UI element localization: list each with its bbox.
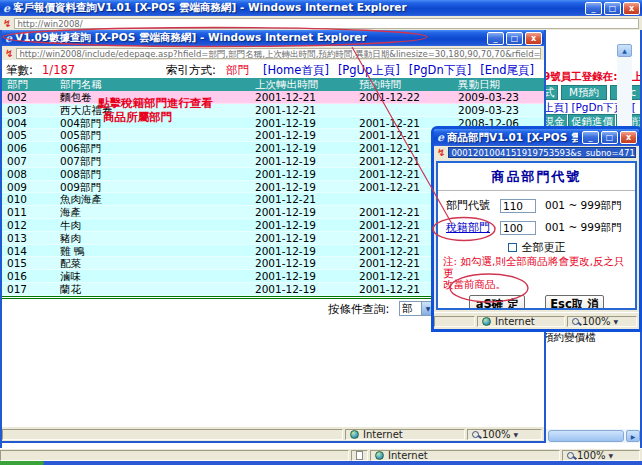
maximize-button[interactable]: □	[604, 2, 621, 15]
table-cell: 2001-12-19	[255, 117, 359, 129]
minimize-button[interactable]: _	[487, 32, 504, 45]
table-cell[interactable]: 002	[2, 91, 54, 103]
bg-title-bar[interactable]: e 客戶報價資料查詢V1.01 [X-POS 雲端商務網] - Windows …	[0, 0, 642, 16]
query-condition-select[interactable]: 部門 ▼	[399, 301, 435, 316]
close-button[interactable]: x	[525, 32, 542, 45]
table-cell[interactable]: 007	[2, 155, 54, 167]
table-cell	[359, 104, 455, 116]
close-button[interactable]: x	[620, 131, 637, 144]
table-cell[interactable]: 004	[2, 117, 54, 129]
end-page-link[interactable]: [End尾頁]	[480, 63, 534, 78]
table-cell: 009部門	[54, 181, 255, 193]
scrollbar-thumb[interactable]	[548, 430, 624, 442]
table-cell[interactable]: 012	[2, 219, 54, 231]
status-zoom-cell[interactable]: 100% ▼	[467, 429, 542, 440]
table-cell[interactable]: 009	[2, 181, 54, 193]
bg-horizontal-scrollbar[interactable]: ▶	[546, 429, 642, 443]
ok-button[interactable]: aS確 定	[469, 295, 525, 311]
table-cell: 2009-03-23	[455, 104, 544, 116]
index-mode-label: 索引方式:	[166, 63, 216, 78]
note-line2: 改當前商品。	[443, 279, 631, 291]
info-row: 筆數: 1/187 索引方式: 部門 [Home首頁] [PgUp上頁] [Pg…	[2, 63, 544, 78]
bg-status-bar: Internet 100% ▼	[0, 448, 642, 461]
dialog-title: 商品部門V1.01 [X-POS 雲...	[447, 131, 578, 145]
table-cell[interactable]: 003	[2, 104, 54, 116]
minimize-button[interactable]: _	[582, 131, 599, 144]
tax-dept-input[interactable]: 100	[500, 221, 536, 235]
correct-all-checkbox-row: 全部更正	[438, 241, 635, 253]
maximize-button[interactable]: □	[506, 32, 523, 45]
table-cell[interactable]: 016	[2, 270, 54, 282]
status-doc-cell	[351, 450, 368, 461]
table-cell[interactable]: 015	[2, 257, 54, 269]
table-cell: 雞 鴨	[54, 245, 255, 257]
reserve-button[interactable]: M預約	[561, 85, 607, 100]
fg-address-field[interactable]: http://win2008/include/edepage.asp?hfiel…	[16, 48, 541, 59]
table-row[interactable]: 002麵包卷2001-12-212001-12-222009-03-23	[2, 91, 544, 104]
scroll-right-icon[interactable]: ▶	[626, 430, 640, 442]
table-cell[interactable]: 006	[2, 142, 54, 154]
table-cell[interactable]: 008	[2, 168, 54, 180]
scroll-up-icon[interactable]: ▲	[617, 44, 632, 57]
table-cell: 005部門	[54, 129, 255, 141]
maximize-button[interactable]: □	[601, 131, 618, 144]
chevron-down-icon[interactable]: ▼	[514, 431, 519, 438]
status-zoom-cell[interactable]: 100% ▼	[567, 316, 637, 327]
table-cell: 007部門	[54, 155, 255, 167]
zoom-level: 100%	[577, 450, 606, 461]
status-zoom-cell[interactable]: 100% ▼	[562, 450, 640, 461]
column-header-name[interactable]: 部門名稱	[54, 78, 255, 91]
column-header-dept[interactable]: 部門	[2, 78, 54, 91]
start-button[interactable]	[0, 461, 44, 465]
fg-title-bar[interactable]: e V1.09數據查詢 [X-POS 雲端商務網] - Windows Inte…	[2, 30, 544, 46]
table-cell[interactable]: 005	[2, 129, 54, 141]
close-button[interactable]: x	[623, 2, 640, 15]
tax-dept-link[interactable]: 稅籍部門	[446, 220, 500, 235]
table-cell[interactable]: 010	[2, 193, 54, 205]
record-count-label: 筆數:	[6, 63, 33, 78]
table-cell: 2001-12-21	[255, 193, 359, 205]
table-cell[interactable]: 017	[2, 283, 54, 295]
status-zone-cell: Internet	[370, 450, 560, 461]
fg-address-bar: ↯ http://win2008/include/edepage.asp?hfi…	[2, 46, 544, 60]
table-cell: 2001-12-22	[359, 91, 455, 103]
dialog-title-bar[interactable]: e 商品部門V1.01 [X-POS 雲... _ □ x	[434, 129, 639, 146]
table-cell: 2001-12-19	[255, 270, 359, 282]
table-row[interactable]: 003西大店禮卷2001-12-212009-03-23	[2, 104, 544, 117]
bg-address-field[interactable]: http://win2008/	[14, 18, 639, 29]
table-cell[interactable]: 011	[2, 206, 54, 218]
table-cell: 2001-12-19	[255, 219, 359, 231]
dialog-product-department: e 商品部門V1.01 [X-POS 雲... _ □ x ↯ 00012010…	[431, 126, 642, 332]
checkbox-icon[interactable]	[508, 243, 517, 252]
column-header-reserved[interactable]: 預約時間	[359, 78, 455, 91]
table-cell: 2001-12-19	[255, 283, 359, 295]
column-header-modified[interactable]: 異動日期	[455, 78, 544, 91]
annotation-text-line1: 點擊稅籍部門進行查看	[98, 96, 213, 111]
minimize-button[interactable]: _	[585, 2, 602, 15]
ie-icon: e	[3, 2, 10, 15]
table-cell: 2001-12-21	[255, 91, 359, 103]
page-down-link[interactable]: [PgDn下頁]	[409, 63, 471, 78]
taskbar[interactable]	[0, 461, 642, 465]
cancel-button[interactable]: Esc取 消	[545, 295, 604, 311]
status-zone-label: Internet	[388, 450, 428, 461]
table-cell: 2001-12-19	[255, 168, 359, 180]
dialog-address-field[interactable]: 0001201004151919753593&s_subno=471127100…	[448, 147, 636, 158]
status-zone-label: Internet	[495, 316, 535, 327]
column-header-lastexport[interactable]: 上次轉出時間	[255, 78, 359, 91]
home-page-link[interactable]: [Home首頁]	[263, 63, 329, 78]
page-up-link[interactable]: [PgUp上頁]	[338, 63, 400, 78]
dept-code-hint: 001 ~ 999部門	[545, 199, 622, 213]
table-cell[interactable]: 013	[2, 232, 54, 244]
select-value: 部門	[400, 302, 421, 315]
internet-globe-icon	[482, 317, 491, 326]
dept-code-input[interactable]: 110	[500, 199, 536, 213]
status-zone-cell: Internet	[345, 429, 465, 440]
dialog-status-bar: Internet 100% ▼	[434, 312, 639, 329]
bg-vertical-scrollbar[interactable]: ▲	[617, 44, 632, 127]
chevron-down-icon[interactable]: ▼	[609, 452, 614, 459]
table-cell[interactable]: 014	[2, 245, 54, 257]
chevron-down-icon[interactable]: ▼	[614, 318, 619, 325]
status-spacer	[2, 429, 343, 440]
zoom-level: 100%	[482, 429, 511, 440]
